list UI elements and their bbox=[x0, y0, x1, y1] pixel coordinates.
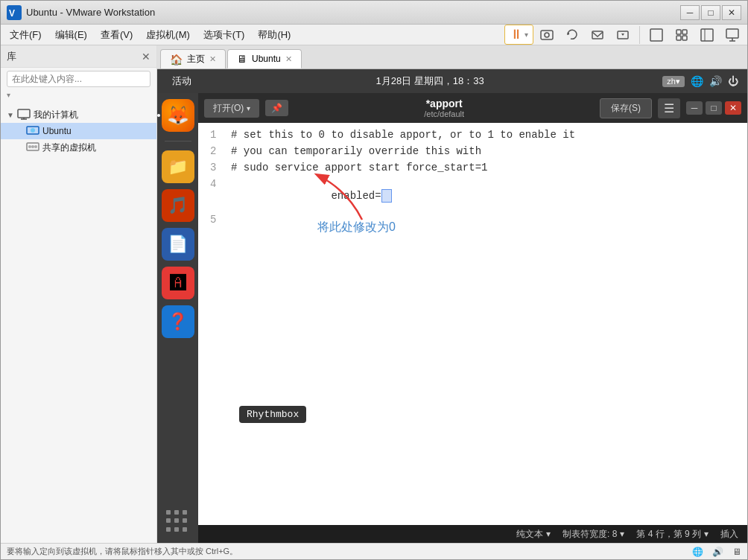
editor-menu-button[interactable]: ☰ bbox=[658, 98, 680, 118]
editor-filepath: /etc/default bbox=[294, 109, 594, 118]
toolbar-unity-btn[interactable] bbox=[670, 25, 694, 45]
line4-text: enabled= bbox=[331, 190, 381, 202]
toolbar-revert-btn[interactable] bbox=[560, 25, 584, 45]
svg-point-3 bbox=[545, 33, 549, 37]
tab-ubuntu[interactable]: 🖥 Ubuntu ✕ bbox=[227, 49, 302, 69]
status-format[interactable]: 纯文本 ▾ bbox=[516, 528, 551, 541]
menu-file[interactable]: 文件(F) bbox=[4, 27, 48, 43]
status-format-arrow: ▾ bbox=[546, 529, 551, 539]
sidebar-tree: ▼ 我的计算机 Ubuntu bbox=[1, 104, 156, 543]
toolbar-snapshot-btn[interactable] bbox=[535, 25, 559, 45]
toolbar-receive-btn[interactable] bbox=[611, 25, 635, 45]
toolbar-guest-btn[interactable] bbox=[695, 25, 719, 45]
pause-dropdown-arrow: ▾ bbox=[524, 31, 528, 39]
line-content-2: # you can temporarily override this with bbox=[231, 145, 481, 157]
svg-point-23 bbox=[34, 145, 37, 148]
tree-item-ubuntu[interactable]: Ubuntu bbox=[1, 123, 156, 139]
sidebar-search-area: ▾ bbox=[1, 68, 156, 104]
rhythmbox-icon: 🎵 bbox=[168, 196, 188, 215]
text-editor-area: 打开(O) ▾ 📌 *apport /etc/default 保存(S) ☰ bbox=[198, 93, 747, 543]
close-button[interactable]: ✕ bbox=[722, 5, 741, 20]
toolbar-separator bbox=[639, 26, 640, 44]
pause-icon: ⏸ bbox=[510, 27, 523, 42]
gnome-activities-button[interactable]: 活动 bbox=[166, 71, 197, 91]
status-mode-label: 插入 bbox=[720, 528, 738, 541]
menu-vm[interactable]: 虚拟机(M) bbox=[140, 27, 196, 43]
status-tab-width[interactable]: 制表符宽度: 8 ▾ bbox=[562, 528, 624, 541]
menu-edit[interactable]: 编辑(E) bbox=[49, 27, 93, 43]
code-line-3: 3 # sudo service apport start force_star… bbox=[210, 162, 735, 178]
dock-appstore[interactable]: 🅰 bbox=[162, 267, 194, 299]
editor-pin-button[interactable]: 📌 bbox=[265, 100, 288, 116]
tab-ubuntu-close[interactable]: ✕ bbox=[285, 54, 292, 64]
menu-tabs[interactable]: 选项卡(T) bbox=[197, 27, 251, 43]
toolbar-more-btn[interactable] bbox=[720, 25, 744, 45]
line-number-3: 3 bbox=[210, 162, 225, 174]
apps-dot-4 bbox=[166, 518, 171, 523]
tab-ubuntu-label: Ubuntu bbox=[252, 54, 281, 64]
editor-window-buttons: ─ □ ✕ bbox=[686, 101, 741, 115]
dock-firefox[interactable]: 🦊 bbox=[162, 99, 194, 132]
dock-help[interactable]: ❓ bbox=[162, 305, 194, 338]
menu-help[interactable]: 帮助(H) bbox=[252, 27, 297, 43]
editor-open-button[interactable]: 打开(O) ▾ bbox=[204, 99, 259, 118]
gnome-clock[interactable]: 1月28日 星期四，18：33 bbox=[376, 74, 484, 88]
vmware-status-right: 🌐 🔊 🖥 bbox=[692, 547, 741, 557]
svg-text:V: V bbox=[9, 8, 15, 19]
sidebar-search-dropdown[interactable]: ▾ bbox=[7, 91, 10, 99]
sidebar-title: 库 bbox=[7, 50, 142, 63]
dock-apps-grid[interactable] bbox=[163, 507, 193, 537]
svg-rect-11 bbox=[682, 36, 687, 40]
writer-icon: 📄 bbox=[168, 235, 188, 254]
sidebar-close-button[interactable]: ✕ bbox=[142, 51, 150, 63]
power-icon[interactable]: ⏻ bbox=[728, 75, 738, 87]
open-btn-label: 打开(O) bbox=[213, 102, 244, 115]
status-tab-label: 制表符宽度: 8 bbox=[562, 528, 617, 541]
minimize-button[interactable]: ─ bbox=[680, 5, 700, 20]
window-title: Ubuntu - VMware Workstation bbox=[26, 7, 680, 18]
files-icon: 📁 bbox=[168, 157, 188, 176]
dock-files[interactable]: 📁 bbox=[162, 150, 194, 183]
tab-home[interactable]: 🏠 主页 ✕ bbox=[160, 49, 226, 69]
vmware-status-bar: 要将输入定向到该虚拟机，请将鼠标指针移入其中或按 Ctrl+G。 🌐 🔊 🖥 bbox=[1, 543, 747, 559]
status-mode[interactable]: 插入 bbox=[720, 528, 738, 541]
svg-rect-5 bbox=[592, 31, 603, 39]
pause-button[interactable]: ⏸ ▾ bbox=[504, 25, 533, 45]
gnome-dock: 🦊 📁 🎵 📄 bbox=[157, 93, 198, 543]
line-number-5: 5 bbox=[210, 214, 225, 226]
network-icon[interactable]: 🌐 bbox=[691, 75, 703, 87]
sidebar-search-input[interactable] bbox=[7, 71, 150, 87]
editor-close-button[interactable]: ✕ bbox=[725, 101, 741, 115]
tab-home-close[interactable]: ✕ bbox=[209, 54, 216, 64]
tree-item-shared[interactable]: 共享的虚拟机 bbox=[1, 139, 156, 156]
vmware-status-message: 要将输入定向到该虚拟机，请将鼠标指针移入其中或按 Ctrl+G。 bbox=[7, 546, 686, 557]
restore-button[interactable]: □ bbox=[701, 5, 720, 20]
dock-rhythmbox[interactable]: 🎵 bbox=[162, 189, 194, 222]
computer-icon bbox=[17, 108, 31, 121]
status-position[interactable]: 第 4 行，第 9 列 ▾ bbox=[636, 528, 709, 541]
vmware-tab-bar: 🏠 主页 ✕ 🖥 Ubuntu ✕ bbox=[157, 45, 747, 69]
dock-writer[interactable]: 📄 bbox=[162, 228, 194, 261]
volume-icon[interactable]: 🔊 bbox=[709, 75, 722, 87]
vmware-status-network-icon[interactable]: 🌐 bbox=[692, 547, 703, 557]
firefox-active-indicator bbox=[157, 114, 160, 117]
tree-ubuntu-label: Ubuntu bbox=[42, 126, 72, 136]
main-area: 库 ✕ ▾ ▼ 我的计算机 bbox=[1, 45, 747, 543]
gnome-systray: zh▾ 🌐 🔊 ⏻ bbox=[662, 75, 738, 87]
toolbar-send-btn[interactable] bbox=[586, 25, 609, 45]
editor-minimize-button[interactable]: ─ bbox=[686, 101, 703, 115]
apps-dot-6 bbox=[183, 518, 187, 523]
editor-restore-button[interactable]: □ bbox=[706, 101, 722, 115]
toolbar-full-screen-btn[interactable] bbox=[644, 25, 668, 45]
editor-header: 打开(O) ▾ 📌 *apport /etc/default 保存(S) ☰ bbox=[198, 93, 747, 123]
gnome-lang-indicator[interactable]: zh▾ bbox=[662, 76, 685, 87]
code-area[interactable]: 1 # set this to 0 to disable apport, or … bbox=[198, 123, 747, 525]
vmware-status-display-icon[interactable]: 🖥 bbox=[732, 547, 741, 557]
vmware-status-audio-icon[interactable]: 🔊 bbox=[712, 547, 723, 557]
editor-save-button[interactable]: 保存(S) bbox=[600, 98, 652, 118]
code-line-4: 4 enabled= bbox=[210, 178, 735, 214]
tree-item-mycomputer[interactable]: ▼ 我的计算机 bbox=[1, 106, 156, 123]
tab-home-label: 主页 bbox=[187, 53, 205, 66]
menu-view[interactable]: 查看(V) bbox=[95, 27, 139, 43]
status-tab-arrow: ▾ bbox=[620, 529, 624, 539]
